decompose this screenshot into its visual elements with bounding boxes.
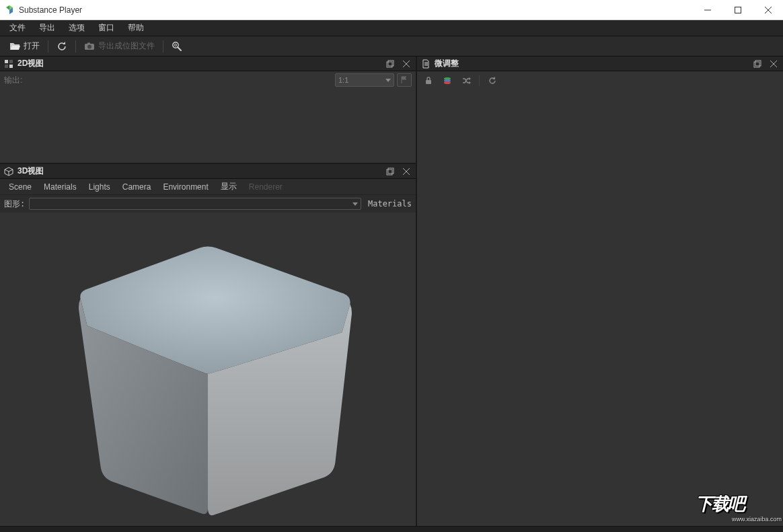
svg-rect-15	[9, 65, 13, 68]
folder-open-icon	[9, 41, 20, 52]
menu-window[interactable]: 窗口	[91, 20, 121, 36]
window-controls	[692, 0, 783, 20]
minimize-button[interactable]	[692, 0, 722, 20]
svg-rect-12	[5, 60, 8, 63]
materials-button[interactable]: Materials	[365, 199, 412, 208]
menu-file[interactable]: 文件	[3, 20, 32, 36]
svg-point-8	[87, 44, 91, 48]
svg-rect-17	[388, 61, 394, 66]
panel-3d-header[interactable]: 3D视图	[0, 164, 416, 179]
panel-3d-popout-button[interactable]	[385, 166, 396, 177]
menu-scene[interactable]: Scene	[3, 180, 38, 194]
reset-button[interactable]	[486, 75, 498, 87]
settings-button[interactable]	[169, 40, 185, 53]
maximize-button[interactable]	[722, 0, 753, 20]
panel-tweak-popout-button[interactable]	[752, 59, 763, 69]
svg-rect-14	[5, 65, 8, 68]
view3d-menubar: Scene Materials Lights Camera Environmen…	[0, 179, 416, 195]
menu-export[interactable]: 导出	[32, 20, 62, 36]
panel-tweak: 微调整	[417, 56, 783, 526]
toolbar-separator	[75, 40, 76, 52]
open-button-label: 打开	[24, 40, 40, 52]
svg-rect-13	[9, 60, 13, 63]
window-title: Substance Player	[19, 5, 692, 15]
export-bitmaps-button[interactable]: 导出成位图文件	[81, 39, 157, 53]
svg-rect-28	[426, 80, 431, 84]
open-button[interactable]: 打开	[7, 39, 42, 53]
zoom-value: 1:1	[338, 76, 348, 84]
panel-3d-view: 3D视图 Scene Materials Lights Camera Envir…	[0, 164, 416, 526]
panel-2d-view: 2D视图 输出: 1:1	[0, 56, 416, 164]
lock-button[interactable]	[422, 75, 435, 87]
view2d-canvas[interactable]	[0, 89, 416, 163]
svg-point-31	[444, 81, 451, 84]
panel-2d-popout-button[interactable]	[385, 59, 396, 69]
panel-2d-title: 2D视图	[17, 58, 379, 69]
svg-point-11	[174, 44, 176, 46]
view2d-controls: 输出: 1:1	[0, 71, 416, 89]
title-bar: Substance Player	[0, 0, 783, 20]
left-column: 2D视图 输出: 1:1 3D视图	[0, 56, 417, 526]
shape-dropdown[interactable]	[29, 198, 361, 210]
shuffle-icon	[461, 76, 471, 85]
menu-bar: 文件 导出 选项 窗口 帮助	[0, 20, 783, 36]
output-label: 输出:	[4, 75, 22, 86]
menu-materials[interactable]: Materials	[38, 180, 83, 194]
main-toolbar: 打开 导出成位图文件	[0, 36, 783, 56]
viewport-3d[interactable]	[0, 213, 416, 526]
document-icon	[421, 59, 431, 69]
rendered-cube	[0, 213, 416, 526]
svg-rect-21	[388, 168, 394, 174]
panel-tweak-title: 微调整	[435, 58, 747, 69]
toolbar-separator	[48, 40, 48, 52]
svg-rect-24	[754, 62, 759, 67]
svg-rect-20	[387, 169, 392, 175]
panel-tweak-header[interactable]: 微调整	[417, 56, 783, 71]
panel-tweak-close-button[interactable]	[768, 59, 779, 69]
chevron-down-icon	[385, 79, 391, 82]
preset-stack-icon	[443, 76, 452, 85]
export-bitmaps-label: 导出成位图文件	[98, 40, 155, 52]
menu-display[interactable]: 显示	[215, 179, 243, 194]
chevron-down-icon	[352, 202, 358, 206]
menu-renderer: Renderer	[243, 180, 289, 194]
panel-2d-close-button[interactable]	[401, 59, 412, 69]
cube-icon	[4, 167, 13, 176]
svg-rect-16	[387, 62, 392, 67]
menu-help[interactable]: 帮助	[121, 20, 151, 36]
shape-label: 图形:	[4, 198, 25, 210]
status-bar	[0, 526, 783, 532]
tweak-toolbar	[417, 71, 783, 90]
view2d-icon	[4, 59, 13, 69]
lock-icon	[424, 76, 433, 85]
menu-environment[interactable]: Environment	[157, 180, 214, 194]
shape-row: 图形: Materials	[0, 195, 416, 213]
workspace: 2D视图 输出: 1:1 3D视图	[0, 56, 783, 526]
flag-icon	[400, 76, 408, 84]
camera-icon	[84, 41, 95, 52]
zoom-dropdown[interactable]: 1:1	[335, 73, 394, 87]
menu-options[interactable]: 选项	[62, 20, 91, 36]
randomize-button[interactable]	[460, 75, 472, 87]
svg-marker-0	[6, 5, 9, 10]
undo-icon	[488, 76, 497, 85]
preset-button[interactable]	[441, 75, 453, 87]
menu-camera[interactable]: Camera	[116, 180, 157, 194]
app-logo-icon	[4, 5, 15, 15]
panel-2d-header[interactable]: 2D视图	[0, 56, 416, 71]
svg-rect-4	[735, 7, 741, 13]
svg-rect-25	[755, 61, 761, 66]
menu-lights[interactable]: Lights	[83, 180, 116, 194]
close-button[interactable]	[753, 0, 783, 20]
toolbar-separator	[479, 75, 480, 86]
reload-button[interactable]	[54, 40, 70, 53]
reload-icon	[57, 41, 67, 52]
gear-wrench-icon	[172, 41, 182, 52]
toolbar-separator	[163, 40, 163, 52]
svg-rect-9	[87, 42, 90, 44]
zoom-flag-button[interactable]	[397, 73, 412, 87]
panel-3d-title: 3D视图	[17, 165, 379, 177]
panel-3d-close-button[interactable]	[401, 166, 412, 177]
right-column: 微调整	[417, 56, 783, 526]
